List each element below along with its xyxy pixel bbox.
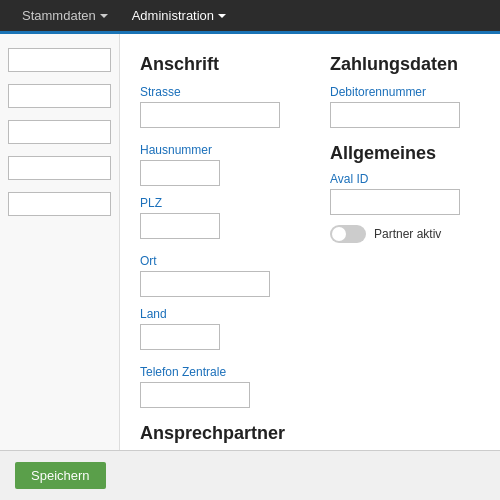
allgemeines-title: Allgemeines bbox=[330, 143, 480, 164]
sidebar-field-2 bbox=[8, 84, 111, 108]
zahlungsdaten-title: Zahlungsdaten bbox=[330, 54, 480, 75]
nav-stammdaten[interactable]: Stammdaten bbox=[10, 2, 120, 29]
nav-administration-caret bbox=[218, 14, 226, 18]
telefon-zentrale-input[interactable] bbox=[140, 382, 250, 408]
save-button[interactable]: Speichern bbox=[15, 462, 106, 489]
main-layout: Anschrift Strasse Hausnummer PLZ bbox=[0, 34, 500, 500]
telefon-zentrale-label: Telefon Zentrale bbox=[140, 365, 250, 379]
plz-group: PLZ bbox=[140, 196, 220, 239]
debitorennummer-input[interactable] bbox=[330, 102, 460, 128]
zahlungsdaten-row-1: Debitorennummer bbox=[330, 85, 480, 128]
land-group: Land bbox=[140, 307, 220, 350]
sidebar-input-3[interactable] bbox=[8, 120, 111, 144]
sidebar-field-4 bbox=[8, 156, 111, 180]
anschrift-row-3: Land Telefon Zentrale bbox=[140, 307, 290, 408]
anschrift-title: Anschrift bbox=[140, 54, 290, 75]
aval-id-input[interactable] bbox=[330, 189, 460, 215]
telefon-zentrale-group: Telefon Zentrale bbox=[140, 365, 250, 408]
sidebar-input-5[interactable] bbox=[8, 192, 111, 216]
bottom-bar: Speichern bbox=[0, 450, 500, 500]
content-area: Anschrift Strasse Hausnummer PLZ bbox=[120, 34, 500, 500]
sidebar-field-5 bbox=[8, 192, 111, 216]
hausnummer-label: Hausnummer bbox=[140, 143, 220, 157]
sidebar-input-2[interactable] bbox=[8, 84, 111, 108]
partner-aktiv-toggle[interactable] bbox=[330, 225, 366, 243]
navbar: Stammdaten Administration bbox=[0, 0, 500, 34]
left-column: Anschrift Strasse Hausnummer PLZ bbox=[140, 49, 290, 500]
sidebar-field-3 bbox=[8, 120, 111, 144]
nav-administration[interactable]: Administration bbox=[120, 2, 238, 29]
partner-aktiv-label: Partner aktiv bbox=[374, 227, 441, 241]
sidebar-input-1[interactable] bbox=[8, 48, 111, 72]
plz-input[interactable] bbox=[140, 213, 220, 239]
sidebar-field-1 bbox=[8, 48, 111, 72]
hausnummer-input[interactable] bbox=[140, 160, 220, 186]
strasse-group: Strasse bbox=[140, 85, 280, 128]
anschrift-row-1: Strasse Hausnummer bbox=[140, 85, 290, 186]
ort-group: Ort bbox=[140, 254, 270, 297]
nav-stammdaten-label: Stammdaten bbox=[22, 8, 96, 23]
nav-stammdaten-caret bbox=[100, 14, 108, 18]
aval-id-label: Aval ID bbox=[330, 172, 460, 186]
debitorennummer-group: Debitorennummer bbox=[330, 85, 460, 128]
aval-id-group: Aval ID bbox=[330, 172, 460, 215]
nav-administration-label: Administration bbox=[132, 8, 214, 23]
sidebar bbox=[0, 34, 120, 500]
partner-aktiv-toggle-container: Partner aktiv bbox=[330, 225, 480, 243]
ort-input[interactable] bbox=[140, 271, 270, 297]
hausnummer-group: Hausnummer bbox=[140, 143, 220, 186]
plz-label: PLZ bbox=[140, 196, 220, 210]
debitorennummer-label: Debitorennummer bbox=[330, 85, 460, 99]
right-column: Zahlungsdaten Debitorennummer Allgemeine… bbox=[330, 49, 480, 500]
sidebar-input-4[interactable] bbox=[8, 156, 111, 180]
anschrift-row-2: PLZ Ort bbox=[140, 196, 290, 297]
ansprechpartner-title: Ansprechpartner bbox=[140, 423, 290, 444]
strasse-label: Strasse bbox=[140, 85, 280, 99]
allgemeines-row-1: Aval ID bbox=[330, 172, 480, 215]
ort-label: Ort bbox=[140, 254, 270, 268]
two-col-layout: Anschrift Strasse Hausnummer PLZ bbox=[140, 49, 480, 500]
land-input[interactable] bbox=[140, 324, 220, 350]
strasse-input[interactable] bbox=[140, 102, 280, 128]
land-label: Land bbox=[140, 307, 220, 321]
